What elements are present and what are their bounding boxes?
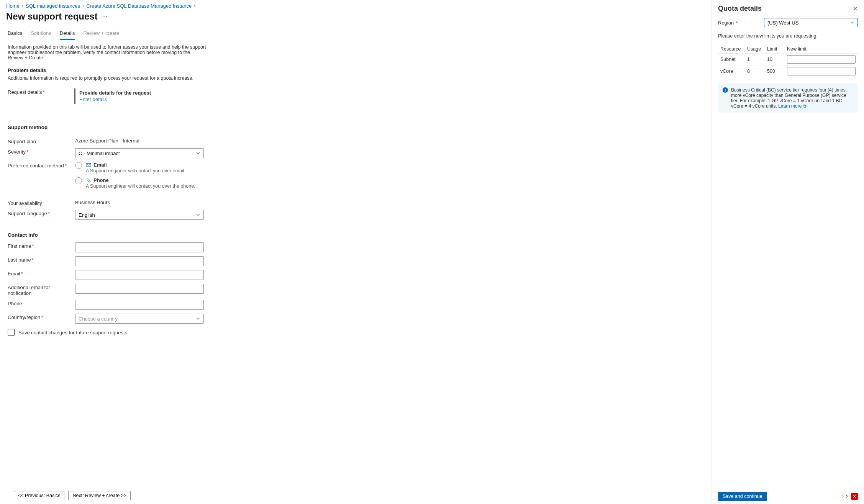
chevron-right-icon: ›: [22, 3, 23, 9]
email-option-label: Email: [93, 162, 107, 168]
chevron-right-icon: ›: [82, 3, 84, 9]
cell-usage: 8: [747, 69, 767, 74]
region-label: Region: [718, 20, 734, 26]
support-plan-value: Azure Support Plan - Internal: [75, 138, 139, 144]
problem-subtext: Additional information is required to pr…: [8, 75, 704, 81]
warning-icon: ⚠: [840, 493, 845, 499]
region-select[interactable]: (US) West US: [764, 18, 858, 27]
language-label: Support language*: [8, 210, 75, 216]
page-title: New support request: [6, 11, 98, 22]
table-row: vCore 8 500: [718, 65, 858, 77]
breadcrumb: Home › SQL managed instances › Create Az…: [0, 0, 712, 10]
tab-details[interactable]: Details: [60, 28, 75, 40]
email-input[interactable]: [75, 270, 204, 280]
severity-label: Severity*: [8, 148, 75, 155]
additional-email-input[interactable]: [75, 284, 204, 294]
phone-icon: [86, 178, 91, 183]
error-badge[interactable]: ✕: [851, 493, 858, 500]
panel-note: Please enter the new limits you are requ…: [718, 33, 858, 39]
quota-details-panel: Quota details ✕ Region * (US) West US Pl…: [712, 0, 864, 504]
breadcrumb-create[interactable]: Create Azure SQL Database Managed Instan…: [86, 3, 192, 9]
intro-text: Information provided on this tab will be…: [8, 44, 207, 61]
breadcrumb-home[interactable]: Home: [6, 3, 20, 9]
warning-count: 2: [846, 494, 849, 499]
learn-more-link[interactable]: Learn more ⧉: [778, 103, 807, 109]
close-icon: ✕: [853, 494, 856, 499]
mail-icon: [86, 162, 91, 168]
previous-button[interactable]: << Previous: Basics: [14, 491, 64, 500]
email-label: Email: [8, 271, 20, 277]
tabs: Basics Solutions Details Review + create: [0, 26, 712, 40]
availability-value: Business Hours: [75, 200, 110, 205]
cell-resource: Subnet: [720, 57, 747, 62]
svg-rect-0: [86, 163, 91, 167]
warning-badge[interactable]: ⚠ 2: [840, 493, 849, 499]
country-label: Country/region: [8, 314, 40, 320]
save-contact-label: Save contact changes for future support …: [18, 330, 129, 335]
additional-email-label: Additional email for notification: [8, 285, 50, 296]
contact-method-label: Preferred contact method*: [8, 162, 75, 169]
phone-option-label: Phone: [93, 177, 109, 183]
phone-radio[interactable]: [75, 177, 82, 184]
last-name-input[interactable]: [75, 256, 204, 266]
email-option-sub: A Support engineer will contact you over…: [86, 168, 185, 173]
tab-solutions[interactable]: Solutions: [31, 28, 51, 40]
support-plan-label: Support plan: [8, 138, 75, 144]
severity-select[interactable]: C - Minimal impact: [75, 148, 204, 158]
info-icon: i: [723, 87, 728, 93]
country-select[interactable]: Choose a country: [75, 314, 204, 324]
next-button[interactable]: Next: Review + create >>: [68, 491, 131, 500]
tab-review[interactable]: Review + create: [84, 28, 120, 40]
table-row: Subnet 1 10: [718, 54, 858, 65]
phone-input[interactable]: [75, 300, 204, 310]
save-contact-checkbox[interactable]: [8, 329, 15, 336]
close-icon[interactable]: ✕: [853, 5, 858, 12]
chevron-right-icon: ›: [194, 3, 195, 9]
email-radio[interactable]: [75, 162, 82, 169]
subnet-new-limit-input[interactable]: [787, 55, 856, 64]
vcore-new-limit-input[interactable]: [787, 67, 856, 75]
col-usage: Usage: [747, 46, 767, 52]
breadcrumb-sql-mi[interactable]: SQL managed instances: [26, 3, 80, 9]
first-name-input[interactable]: [75, 242, 204, 252]
enter-details-link[interactable]: Enter details: [79, 97, 151, 102]
col-limit: Limit: [767, 46, 787, 52]
cell-limit: 10: [767, 57, 787, 62]
info-callout: i Business Critical (BC) service tier re…: [718, 83, 858, 113]
availability-label: Your availability: [8, 200, 75, 206]
last-name-label: Last name: [8, 257, 31, 263]
tab-basics[interactable]: Basics: [8, 28, 22, 40]
phone-label: Phone: [8, 301, 22, 306]
contact-info-heading: Contact info: [8, 232, 704, 238]
col-new-limit: New limit: [787, 46, 856, 52]
language-select[interactable]: English: [75, 210, 204, 220]
more-icon[interactable]: ···: [102, 13, 107, 20]
first-name-label: First name: [8, 243, 31, 249]
phone-option-sub: A Support engineer will contact you over…: [86, 183, 195, 189]
cell-resource: vCore: [720, 69, 747, 74]
request-details-label: Request details*: [8, 88, 75, 95]
cell-usage: 1: [747, 57, 767, 62]
cell-limit: 500: [767, 69, 787, 74]
support-method-heading: Support method: [8, 124, 704, 130]
col-resource: Resource: [720, 46, 747, 52]
panel-title: Quota details: [718, 5, 762, 13]
problem-details-heading: Problem details: [8, 67, 704, 73]
save-continue-button[interactable]: Save and continue: [718, 492, 767, 501]
request-details-title: Provide details for the request: [79, 90, 151, 96]
